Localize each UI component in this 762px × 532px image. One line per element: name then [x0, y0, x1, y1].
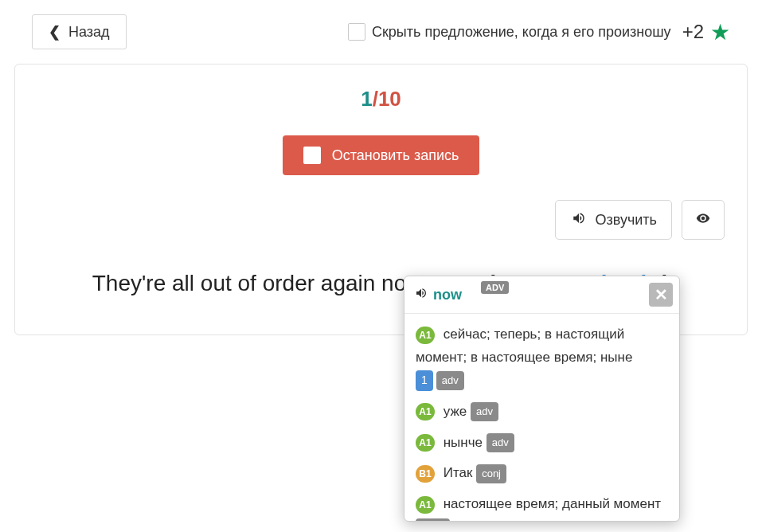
stop-recording-label: Остановить запись [332, 147, 459, 164]
chevron-left-icon: ❮ [49, 23, 61, 41]
volume-icon [570, 211, 588, 229]
definition-row[interactable]: A1 уже adv [416, 401, 671, 424]
stop-icon [303, 147, 321, 164]
top-right-controls: Скрыть предложение, когда я его произнош… [348, 19, 730, 45]
definition-row[interactable]: A1 нынче adv [416, 432, 671, 455]
pos-tag-inline: noun [416, 518, 450, 521]
meaning-number: 1 [416, 370, 433, 391]
pos-tag-inline: conj [476, 464, 506, 483]
definition-row[interactable]: B1 Итак conj [416, 462, 671, 485]
definition-text: настоящее время; данный момент [440, 496, 661, 511]
hide-sentence-label: Скрыть предложение, когда я его произнош… [372, 24, 671, 41]
word-definition-popup: now ADV ✕ A1 сейчас; теперь; в настоящий… [404, 276, 680, 522]
sentence-text[interactable]: They're all out of order again now! [92, 271, 428, 296]
pos-tag-inline: adv [487, 433, 514, 452]
definition-text: уже [440, 404, 471, 419]
popup-close-button[interactable]: ✕ [649, 283, 673, 307]
eye-icon [693, 209, 713, 230]
definition-text: сейчас; теперь; в настоящий момент; в на… [416, 327, 632, 365]
back-button[interactable]: ❮ Назад [32, 14, 127, 49]
pos-tag-inline: adv [436, 371, 464, 390]
progress-total: 10 [378, 87, 401, 111]
definition-text: нынче [440, 435, 487, 450]
score-bonus: +2 [682, 21, 704, 43]
pos-tag-inline: adv [471, 402, 498, 421]
progress-separator: / [373, 87, 378, 111]
speak-label: Озвучить [596, 212, 657, 229]
level-badge: B1 [416, 465, 435, 483]
popup-definitions-list[interactable]: A1 сейчас; теперь; в настоящий момент; в… [404, 314, 679, 521]
progress-indicator: 1/10 [37, 87, 725, 111]
progress-current: 1 [361, 87, 372, 111]
definition-row[interactable]: A1 сейчас; теперь; в настоящий момент; в… [416, 323, 671, 393]
definition-row[interactable]: A1 настоящее время; данный момент noun [416, 493, 671, 521]
close-icon: ✕ [655, 285, 668, 304]
level-badge: A1 [416, 496, 435, 514]
star-icon: ★ [710, 19, 730, 45]
level-badge: A1 [416, 403, 435, 421]
pos-tag: ADV [481, 281, 509, 294]
definition-text: Итак [440, 465, 476, 480]
popup-sound-icon[interactable] [414, 287, 428, 303]
level-badge: A1 [416, 434, 435, 452]
level-badge: A1 [416, 327, 435, 344]
toggle-visibility-button[interactable] [682, 200, 725, 240]
back-label: Назад [68, 24, 110, 41]
speak-button[interactable]: Озвучить [555, 200, 672, 240]
hide-sentence-checkbox[interactable] [348, 23, 365, 41]
stop-recording-button[interactable]: Остановить запись [283, 135, 480, 175]
popup-word: now [433, 287, 462, 303]
